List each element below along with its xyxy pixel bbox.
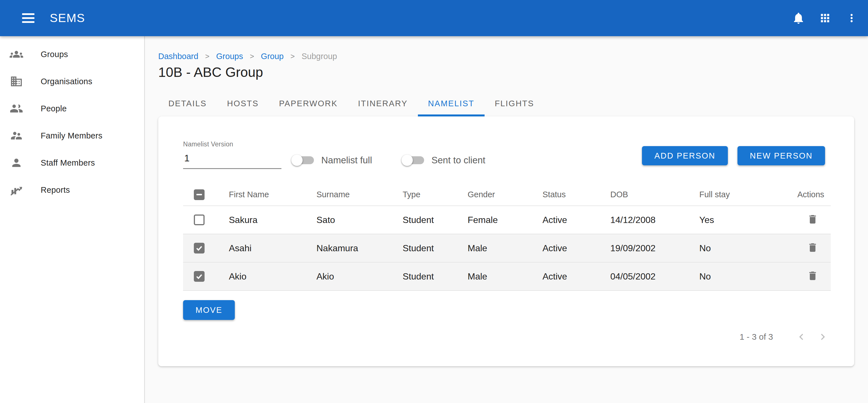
bell-icon	[792, 11, 805, 25]
delete-row-button[interactable]	[806, 269, 819, 283]
tab-hosts[interactable]: HOSTS	[217, 90, 269, 117]
cell-full-stay: No	[699, 262, 797, 290]
table-row[interactable]: Sakura Sato Student Female Active 14/12/…	[183, 206, 831, 234]
cell-dob: 19/09/2002	[610, 234, 699, 262]
delete-row-button[interactable]	[806, 241, 819, 255]
sidebar: Groups Organisations People Family Membe…	[0, 36, 145, 403]
sidebar-item-label: People	[41, 104, 67, 113]
main-content: Dashboard > Groups > Group > Subgroup 10…	[145, 36, 868, 403]
delete-row-button[interactable]	[806, 213, 819, 227]
cell-dob: 14/12/2008	[610, 206, 699, 234]
tab-namelist[interactable]: NAMELIST	[418, 90, 485, 117]
sidebar-item-groups[interactable]: Groups	[0, 41, 144, 68]
move-button[interactable]: MOVE	[183, 300, 235, 320]
cell-gender: Male	[468, 262, 542, 290]
namelist-full-toggle[interactable]	[292, 155, 314, 166]
select-all-checkbox[interactable]	[194, 189, 205, 200]
kebab-menu-icon	[845, 12, 858, 24]
chevron-left-icon	[795, 331, 808, 343]
overflow-menu-button[interactable]	[844, 10, 860, 26]
family-members-icon	[10, 129, 23, 143]
sidebar-item-reports[interactable]: Reports	[0, 176, 144, 204]
app-title: SEMS	[50, 11, 85, 25]
new-person-button[interactable]: NEW PERSON	[738, 146, 825, 165]
sent-to-client-toggle[interactable]	[402, 155, 424, 166]
namelist-version-label: Namelist Version	[183, 141, 281, 148]
cell-status: Active	[542, 262, 610, 290]
namelist-full-label: Namelist full	[321, 155, 372, 165]
cell-gender: Male	[468, 234, 542, 262]
card-actions: ADD PERSON NEW PERSON	[642, 146, 825, 165]
indeterminate-mark	[196, 194, 202, 195]
cell-first-name: Akio	[229, 262, 316, 290]
cell-type: Student	[403, 234, 468, 262]
cell-type: Student	[403, 262, 468, 290]
tab-details[interactable]: DETAILS	[158, 90, 217, 117]
column-header-full-stay: Full stay	[699, 184, 797, 206]
check-icon	[195, 244, 203, 252]
column-header-actions: Actions	[797, 184, 831, 206]
column-header-surname: Surname	[316, 184, 403, 206]
tab-flights[interactable]: FLIGHTS	[485, 90, 544, 117]
cell-gender: Female	[468, 206, 542, 234]
cell-surname: Nakamura	[316, 234, 403, 262]
cell-first-name: Asahi	[229, 234, 316, 262]
sidebar-item-label: Staff Members	[41, 158, 95, 167]
namelist-card: Namelist Version Namelist full Sent to c…	[158, 117, 854, 366]
cell-first-name: Sakura	[229, 206, 316, 234]
pagination: 1 - 3 of 3	[740, 329, 831, 345]
notifications-button[interactable]	[790, 10, 806, 26]
cell-surname: Akio	[316, 262, 403, 290]
row-checkbox[interactable]	[194, 243, 205, 253]
column-header-dob: DOB	[610, 184, 699, 206]
table-row[interactable]: Akio Akio Student Male Active 04/05/2002…	[183, 262, 831, 290]
menu-button[interactable]	[20, 10, 36, 26]
person-icon	[10, 156, 23, 169]
sidebar-item-people[interactable]: People	[0, 95, 144, 122]
breadcrumb-dashboard[interactable]: Dashboard	[158, 52, 198, 61]
sent-to-client-toggle-group: Sent to client	[402, 154, 486, 166]
sidebar-item-organisations[interactable]: Organisations	[0, 68, 144, 95]
trash-icon	[807, 214, 818, 225]
sidebar-item-staff-members[interactable]: Staff Members	[0, 149, 144, 176]
row-checkbox[interactable]	[194, 271, 205, 282]
add-person-button[interactable]: ADD PERSON	[642, 146, 728, 165]
sidebar-item-family-members[interactable]: Family Members	[0, 122, 144, 149]
breadcrumb-groups[interactable]: Groups	[216, 52, 243, 61]
tab-paperwork[interactable]: PAPERWORK	[269, 90, 347, 117]
chevron-right-icon	[816, 331, 829, 343]
toggle-thumb	[402, 155, 413, 166]
row-checkbox[interactable]	[194, 215, 205, 225]
previous-page-button[interactable]	[794, 329, 809, 345]
cell-dob: 04/05/2002	[610, 262, 699, 290]
trash-icon	[807, 242, 818, 253]
app-bar: SEMS	[0, 0, 868, 36]
breadcrumb-separator: >	[290, 52, 295, 61]
breadcrumb-separator: >	[250, 52, 254, 61]
sidebar-item-label: Organisations	[41, 77, 92, 86]
building-icon	[10, 74, 23, 88]
table-header-row: First Name Surname Type Gender Status DO…	[183, 184, 831, 206]
namelist-table: First Name Surname Type Gender Status DO…	[183, 184, 831, 291]
toggle-thumb	[291, 155, 303, 166]
tab-itinerary[interactable]: ITINERARY	[348, 90, 418, 117]
cell-full-stay: No	[699, 234, 797, 262]
page-title: 10B - ABC Group	[158, 64, 855, 80]
cell-surname: Sato	[316, 206, 403, 234]
sidebar-item-label: Groups	[41, 50, 68, 59]
column-header-status: Status	[542, 184, 610, 206]
column-header-first-name: First Name	[229, 184, 316, 206]
apps-grid-button[interactable]	[817, 10, 833, 26]
breadcrumb-separator: >	[205, 52, 209, 61]
cell-type: Student	[403, 206, 468, 234]
namelist-version-field: Namelist Version	[183, 141, 281, 169]
sidebar-item-label: Family Members	[41, 131, 102, 141]
namelist-version-input[interactable]	[183, 151, 281, 169]
table-row[interactable]: Asahi Nakamura Student Male Active 19/09…	[183, 234, 831, 262]
next-page-button[interactable]	[815, 329, 831, 345]
cell-status: Active	[542, 234, 610, 262]
breadcrumb-group[interactable]: Group	[261, 52, 284, 61]
breadcrumb: Dashboard > Groups > Group > Subgroup	[158, 51, 855, 62]
trash-icon	[807, 270, 818, 281]
sidebar-item-label: Reports	[41, 185, 70, 195]
